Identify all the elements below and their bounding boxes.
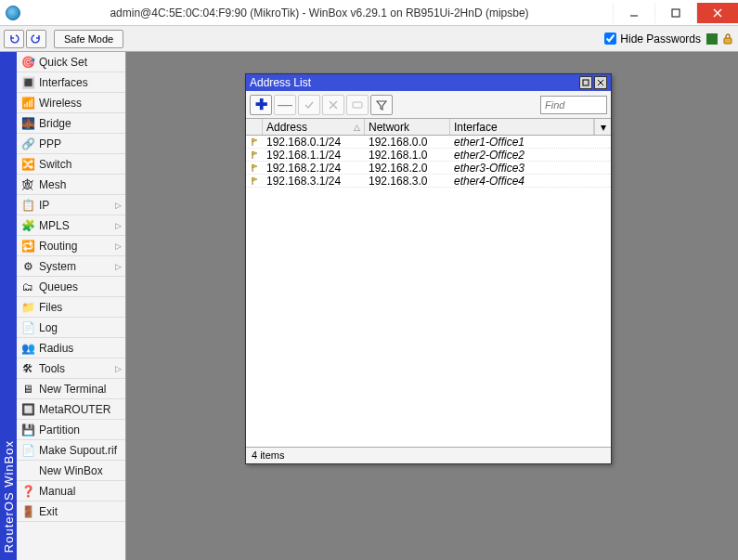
hide-passwords-checkbox[interactable]	[604, 33, 616, 45]
sidebar-item-manual[interactable]: ❓Manual	[17, 481, 125, 501]
enable-button[interactable]	[298, 95, 320, 115]
sidebar-item-tools[interactable]: 🛠Tools▷	[17, 358, 125, 379]
sidebar-item-log[interactable]: 📄Log	[17, 318, 125, 338]
column-flag[interactable]	[246, 119, 263, 135]
sidebar-item-exit[interactable]: 🚪Exit	[17, 501, 125, 522]
cell-address: 192.168.3.1/24	[263, 175, 365, 188]
sidebar-item-label: IP	[39, 199, 49, 212]
undo-button[interactable]	[4, 30, 24, 48]
table-row[interactable]: 192.168.0.1/24192.168.0.0ether1-Office1	[246, 136, 611, 149]
column-address[interactable]: Address△	[263, 119, 365, 135]
lock-icon	[721, 33, 734, 46]
table-row[interactable]: 192.168.3.1/24192.168.3.0ether4-Office4	[246, 175, 611, 188]
sidebar-item-label: New Terminal	[39, 383, 106, 396]
sidebar-item-mesh[interactable]: 🕸Mesh	[17, 175, 125, 195]
sidebar-item-ip[interactable]: 📋IP▷	[17, 195, 125, 215]
menu-icon: 🔳	[20, 75, 35, 90]
sidebar-item-system[interactable]: ⚙System▷	[17, 256, 125, 277]
chevron-right-icon: ▷	[115, 262, 122, 271]
menu-icon: 🕸	[20, 177, 35, 192]
menu-icon: 🧩	[20, 218, 35, 233]
sidebar-item-new-winbox[interactable]: New WinBox	[17, 461, 125, 481]
sidebar-item-bridge[interactable]: 🌉Bridge	[17, 113, 125, 134]
disable-button[interactable]	[322, 95, 344, 115]
filter-button[interactable]	[370, 95, 393, 115]
column-chooser-button[interactable]: ▾	[594, 119, 611, 135]
column-network[interactable]: Network	[365, 119, 450, 135]
table-row[interactable]: 192.168.1.1/24192.168.1.0ether2-Office2	[246, 149, 611, 162]
table-body[interactable]: 192.168.0.1/24192.168.0.0ether1-Office11…	[246, 136, 611, 447]
sidebar-item-label: Tools	[39, 362, 65, 375]
brand-strip: RouterOS WinBox	[0, 52, 17, 560]
menu-icon: ⚙	[20, 259, 35, 274]
sidebar-item-ppp[interactable]: 🔗PPP	[17, 134, 125, 154]
row-flag-icon	[246, 150, 263, 160]
sidebar-item-label: Make Supout.rif	[39, 444, 117, 457]
menu-icon: 💾	[20, 423, 35, 437]
redo-button[interactable]	[26, 30, 46, 48]
svg-rect-1	[672, 9, 680, 17]
sidebar-item-label: Routing	[39, 240, 77, 253]
window-title: admin@4C:5E:0C:04:F9:90 (MikroTik) - Win…	[26, 7, 613, 20]
sidebar-item-partition[interactable]: 💾Partition	[17, 420, 125, 440]
sidebar-item-label: Interfaces	[39, 76, 88, 89]
menu-icon: 🌉	[20, 116, 35, 131]
minimize-button[interactable]	[613, 3, 654, 23]
workspace: RouterOS WinBox 🎯Quick Set🔳Interfaces📶Wi…	[0, 52, 738, 560]
comment-button[interactable]	[346, 95, 369, 115]
sidebar-item-label: PPP	[39, 137, 61, 150]
cell-interface: ether2-Office2	[450, 149, 611, 162]
inner-window-title: Address List	[250, 76, 577, 89]
mdi-area: Address List ✚ — Address△ Network Interf…	[126, 52, 738, 560]
menu-icon: 🎯	[20, 55, 35, 70]
inner-window-titlebar[interactable]: Address List	[246, 74, 611, 91]
sidebar-item-metarouter[interactable]: 🔲MetaROUTER	[17, 399, 125, 420]
cell-address: 192.168.2.1/24	[263, 162, 365, 175]
menu-icon: 👥	[20, 341, 35, 356]
inner-toolbar: ✚ —	[246, 91, 611, 119]
sidebar-item-label: MetaROUTER	[39, 403, 110, 416]
sidebar-item-queues[interactable]: 🗂Queues	[17, 277, 125, 297]
menu-icon: 🖥	[20, 382, 35, 397]
sidebar-item-quick-set[interactable]: 🎯Quick Set	[17, 52, 125, 72]
cell-network: 192.168.1.0	[365, 149, 450, 162]
sidebar-item-label: Switch	[39, 158, 71, 171]
sidebar-item-label: Files	[39, 301, 62, 314]
maximize-button[interactable]	[654, 3, 696, 23]
hide-passwords-toggle[interactable]: Hide Passwords	[604, 33, 701, 46]
sidebar-item-label: Wireless	[39, 97, 82, 110]
column-interface[interactable]: Interface	[450, 119, 594, 135]
sidebar-item-interfaces[interactable]: 🔳Interfaces	[17, 72, 125, 93]
sidebar-item-label: Bridge	[39, 117, 71, 130]
sidebar-item-make-supout-rif[interactable]: 📄Make Supout.rif	[17, 440, 125, 461]
menu-icon: 📄	[20, 443, 35, 458]
sidebar-item-mpls[interactable]: 🧩MPLS▷	[17, 215, 125, 236]
svg-rect-10	[353, 102, 362, 108]
close-button[interactable]	[696, 3, 738, 23]
sidebar-item-label: Partition	[39, 423, 80, 436]
cell-network: 192.168.2.0	[365, 162, 450, 175]
remove-button[interactable]: —	[274, 95, 296, 115]
row-flag-icon	[246, 176, 263, 186]
chevron-right-icon: ▷	[115, 221, 122, 230]
safe-mode-button[interactable]: Safe Mode	[54, 30, 123, 48]
cell-interface: ether1-Office1	[450, 136, 611, 149]
menu-icon: ❓	[20, 484, 35, 499]
find-input[interactable]	[540, 96, 607, 114]
row-flag-icon	[246, 163, 263, 173]
inner-minimize-button[interactable]	[579, 76, 592, 89]
sidebar-item-label: MPLS	[39, 219, 70, 232]
sidebar-item-files[interactable]: 📁Files	[17, 297, 125, 318]
table-row[interactable]: 192.168.2.1/24192.168.2.0ether3-Office3	[246, 162, 611, 175]
sidebar-item-routing[interactable]: 🔁Routing▷	[17, 236, 125, 256]
sidebar-item-radius[interactable]: 👥Radius	[17, 338, 125, 358]
add-button[interactable]: ✚	[250, 95, 272, 115]
row-flag-icon	[246, 137, 263, 147]
inner-close-button[interactable]	[594, 76, 607, 89]
sidebar-item-new-terminal[interactable]: 🖥New Terminal	[17, 379, 125, 399]
sidebar-item-wireless[interactable]: 📶Wireless	[17, 93, 125, 113]
hide-passwords-label: Hide Passwords	[620, 33, 701, 46]
sidebar-item-switch[interactable]: 🔀Switch	[17, 154, 125, 175]
chevron-right-icon: ▷	[115, 364, 122, 373]
status-indicator-icon	[706, 33, 718, 45]
